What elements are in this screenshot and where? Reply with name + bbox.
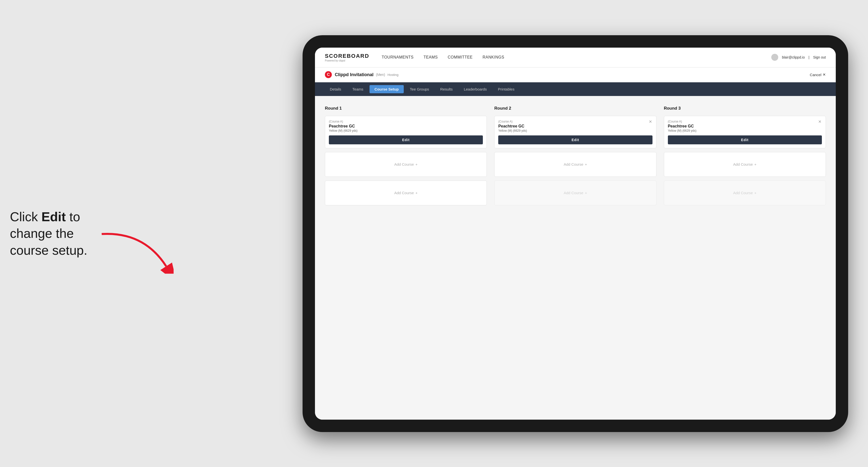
tab-details[interactable]: Details: [325, 85, 346, 93]
round-1-title: Round 1: [325, 106, 487, 111]
round-1-course-card: ✕ (Course A) Peachtree GC Yellow (M) (66…: [325, 116, 487, 148]
rounds-grid: Round 1 ✕ (Course A) Peachtree GC Yellow…: [325, 106, 826, 205]
arrow-icon: [94, 229, 174, 274]
tablet-device: SCOREBOARD Powered by clippd TOURNAMENTS…: [303, 35, 848, 432]
tournament-name: Clippd Invitational: [335, 72, 373, 77]
top-nav: SCOREBOARD Powered by clippd TOURNAMENTS…: [315, 48, 836, 67]
hosting-badge: Hosting: [388, 73, 399, 76]
round-2-course-card: ✕ (Course A) Peachtree GC Yellow (M) (66…: [494, 116, 656, 148]
round-1-add-course-1-text: Add Course+: [394, 162, 417, 166]
round-2-add-course-1-text: Add Course+: [564, 162, 587, 166]
nav-tournaments[interactable]: TOURNAMENTS: [382, 55, 414, 60]
tab-bar: Details Teams Course Setup Tee Groups Re…: [315, 82, 836, 96]
round-1-course-name: Peachtree GC: [329, 124, 483, 128]
round-3-add-course-2: Add Course+: [664, 181, 826, 205]
tablet-screen: SCOREBOARD Powered by clippd TOURNAMENTS…: [315, 48, 836, 419]
round-2-title: Round 2: [494, 106, 656, 111]
round-1-edit-button[interactable]: Edit: [329, 135, 483, 144]
sign-out-link[interactable]: Sign out: [813, 55, 826, 59]
round-3-course-card: ✕ (Course A) Peachtree GC Yellow (M) (66…: [664, 116, 826, 148]
round-1-course-details: Yellow (M) (6629 yds): [329, 129, 483, 132]
round-3-add-course-2-text: Add Course+: [733, 191, 756, 195]
tab-course-setup[interactable]: Course Setup: [370, 85, 404, 93]
instruction-bold: Edit: [41, 209, 66, 224]
round-3-title: Round 3: [664, 106, 826, 111]
instruction-line1: Click: [10, 209, 41, 224]
round-3-course-name: Peachtree GC: [668, 124, 822, 128]
nav-rankings[interactable]: RANKINGS: [483, 55, 504, 60]
round-2-edit-button[interactable]: Edit: [498, 135, 652, 144]
round-3-course-label: (Course A): [668, 120, 822, 123]
round-2-course-name: Peachtree GC: [498, 124, 652, 128]
round-1-add-course-1[interactable]: Add Course+: [325, 152, 487, 177]
nav-committee[interactable]: COMMITTEE: [447, 55, 473, 60]
round-3-delete-icon[interactable]: ✕: [817, 119, 823, 125]
round-2-course-details: Yellow (M) (6629 yds): [498, 129, 652, 132]
round-1-add-course-2-text: Add Course+: [394, 191, 417, 195]
round-2-delete-icon[interactable]: ✕: [648, 119, 653, 125]
round-3-add-course-1[interactable]: Add Course+: [664, 152, 826, 177]
round-3-column: Round 3 ✕ (Course A) Peachtree GC Yellow…: [664, 106, 826, 205]
tab-teams[interactable]: Teams: [347, 85, 368, 93]
tournament-gender: (Men): [376, 73, 385, 76]
arrow-container: [94, 229, 174, 275]
round-1-column: Round 1 ✕ (Course A) Peachtree GC Yellow…: [325, 106, 487, 205]
tab-printables[interactable]: Printables: [493, 85, 520, 93]
user-avatar: [771, 54, 778, 61]
round-2-add-course-2: Add Course+: [494, 181, 656, 205]
round-3-course-details: Yellow (M) (6629 yds): [668, 129, 822, 132]
tab-leaderboards[interactable]: Leaderboards: [459, 85, 492, 93]
round-1-add-course-2[interactable]: Add Course+: [325, 181, 487, 205]
round-1-course-label: (Course A): [329, 120, 483, 123]
nav-links: TOURNAMENTS TEAMS COMMITTEE RANKINGS: [382, 55, 771, 60]
user-email: blair@clippd.io: [782, 55, 805, 59]
round-2-add-course-2-text: Add Course+: [564, 191, 587, 195]
round-2-course-label: (Course A): [498, 120, 652, 123]
sub-header: C Clippd Invitational (Men) Hosting Canc…: [315, 67, 836, 82]
round-3-add-course-1-text: Add Course+: [733, 162, 756, 166]
instruction-text: Click Edit tochange thecourse setup.: [10, 208, 87, 259]
brand-logo: C: [325, 71, 332, 78]
round-2-column: Round 2 ✕ (Course A) Peachtree GC Yellow…: [494, 106, 656, 205]
round-3-edit-button[interactable]: Edit: [668, 135, 822, 144]
tab-tee-groups[interactable]: Tee Groups: [405, 85, 434, 93]
scoreboard-logo: SCOREBOARD Powered by clippd: [325, 53, 369, 62]
nav-right: blair@clippd.io | Sign out: [771, 54, 826, 61]
main-content: Round 1 ✕ (Course A) Peachtree GC Yellow…: [315, 96, 836, 419]
logo-main: SCOREBOARD: [325, 53, 369, 59]
logo-sub: Powered by clippd: [325, 59, 369, 62]
nav-teams[interactable]: TEAMS: [424, 55, 438, 60]
round-2-add-course-1[interactable]: Add Course+: [494, 152, 656, 177]
separator: |: [808, 55, 809, 59]
cancel-button[interactable]: Cancel ✕: [810, 72, 826, 77]
tab-results[interactable]: Results: [435, 85, 458, 93]
